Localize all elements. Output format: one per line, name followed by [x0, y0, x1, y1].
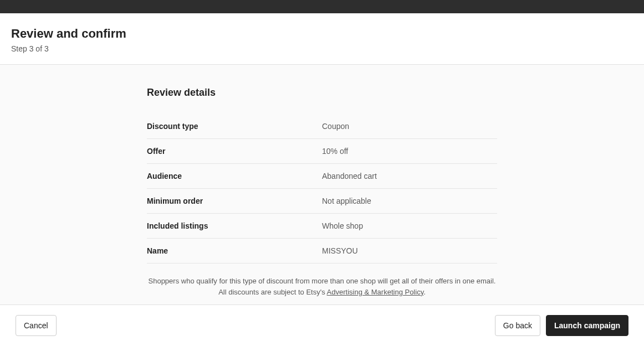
footer-bar: Cancel Go back Launch campaign: [0, 304, 644, 346]
detail-value: Coupon: [322, 122, 497, 131]
detail-label: Discount type: [147, 122, 322, 131]
disclaimer-line1: Shoppers who qualify for this type of di…: [149, 277, 496, 285]
modal-header: Review and confirm Step 3 of 3: [0, 13, 644, 65]
page-title: Review and confirm: [11, 27, 633, 41]
detail-row-minimum-order: Minimum order Not applicable: [147, 189, 497, 214]
footer-left: Cancel: [16, 315, 57, 336]
detail-label: Name: [147, 246, 322, 255]
content-inner: Review details Discount type Coupon Offe…: [147, 87, 497, 297]
detail-row-name: Name MISSYOU: [147, 239, 497, 264]
detail-row-discount-type: Discount type Coupon: [147, 114, 497, 139]
section-title: Review details: [147, 87, 497, 99]
detail-row-audience: Audience Abandoned cart: [147, 164, 497, 189]
policy-link[interactable]: Advertising & Marketing Policy: [327, 288, 424, 296]
detail-value: Whole shop: [322, 221, 497, 230]
detail-value: Not applicable: [322, 197, 497, 205]
detail-value: Abandoned cart: [322, 172, 497, 180]
detail-label: Offer: [147, 147, 322, 156]
disclaimer-line2-suffix: .: [423, 288, 426, 296]
detail-value: MISSYOU: [322, 246, 497, 255]
step-indicator: Step 3 of 3: [11, 44, 633, 53]
cancel-button[interactable]: Cancel: [16, 315, 57, 336]
detail-label: Minimum order: [147, 197, 322, 205]
top-bar-backdrop: [0, 0, 644, 13]
disclaimer-text: Shoppers who qualify for this type of di…: [147, 276, 497, 297]
go-back-button[interactable]: Go back: [495, 315, 540, 336]
detail-label: Audience: [147, 172, 322, 180]
detail-value: 10% off: [322, 147, 497, 156]
launch-campaign-button[interactable]: Launch campaign: [546, 315, 628, 336]
detail-row-included-listings: Included listings Whole shop: [147, 214, 497, 239]
detail-row-offer: Offer 10% off: [147, 139, 497, 164]
disclaimer-line2-prefix: All discounts are subject to Etsy's: [218, 288, 326, 296]
detail-label: Included listings: [147, 221, 322, 230]
content-area: Review details Discount type Coupon Offe…: [0, 65, 644, 330]
footer-right: Go back Launch campaign: [495, 315, 628, 336]
